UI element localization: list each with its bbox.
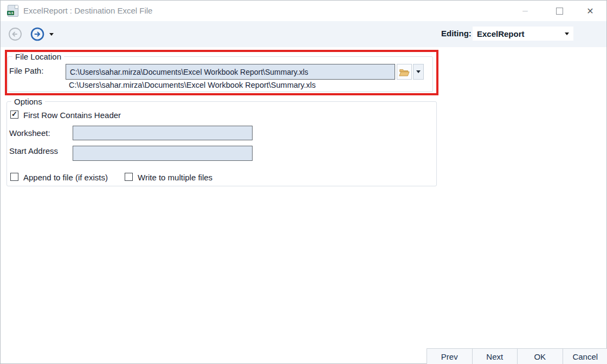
back-arrow-icon bbox=[8, 27, 22, 41]
write-multiple-files-checkbox[interactable] bbox=[125, 173, 133, 181]
append-to-file-label: Append to file (if exists) bbox=[23, 173, 108, 182]
toolbar: Editing: ExcelReport bbox=[1, 21, 606, 47]
file-path-label: File Path: bbox=[9, 66, 43, 75]
minimize-button[interactable]: – bbox=[513, 1, 537, 21]
open-folder-icon bbox=[399, 68, 410, 76]
caret-down-icon bbox=[416, 70, 421, 73]
ok-button[interactable]: OK bbox=[517, 348, 563, 364]
file-location-group-title: File Location bbox=[12, 52, 64, 61]
start-address-label: Start Address bbox=[9, 146, 58, 155]
maximize-icon bbox=[556, 8, 563, 15]
forward-menu-caret-icon[interactable] bbox=[49, 33, 54, 36]
prev-button[interactable]: Prev bbox=[427, 348, 473, 364]
options-group-title: Options bbox=[11, 97, 45, 106]
dialog-window: XLS ExcelReport : Destination Excel File… bbox=[0, 0, 607, 364]
editing-combobox[interactable]: ExcelReport bbox=[473, 27, 573, 41]
forward-button[interactable] bbox=[30, 27, 44, 41]
back-button[interactable] bbox=[8, 27, 22, 41]
write-multiple-files-label: Write to multiple files bbox=[138, 173, 212, 182]
file-path-input[interactable] bbox=[66, 64, 395, 80]
start-address-input[interactable] bbox=[73, 146, 253, 161]
editing-label: Editing: bbox=[441, 29, 472, 38]
maximize-button[interactable] bbox=[547, 1, 571, 21]
next-button[interactable]: Next bbox=[472, 348, 518, 364]
append-to-file-checkbox[interactable] bbox=[10, 173, 18, 181]
worksheet-label: Worksheet: bbox=[9, 128, 50, 138]
window-title: ExcelReport : Destination Excel File bbox=[23, 6, 152, 15]
editing-combobox-value: ExcelReport bbox=[477, 29, 565, 38]
first-row-header-label: First Row Contains Header bbox=[23, 110, 121, 120]
first-row-header-checkbox[interactable] bbox=[10, 110, 18, 119]
forward-arrow-icon bbox=[30, 27, 44, 41]
worksheet-input[interactable] bbox=[73, 126, 253, 140]
cancel-button[interactable]: Cancel bbox=[563, 348, 607, 364]
file-path-echo-text: C:\Users\sahar.mirza\Documents\Excel Wor… bbox=[69, 81, 316, 89]
close-button[interactable]: ✕ bbox=[578, 1, 602, 21]
excel-report-app-icon: XLS bbox=[8, 5, 18, 17]
chevron-down-icon bbox=[565, 32, 569, 35]
footer-button-bar: Prev Next OK Cancel bbox=[427, 348, 607, 364]
page-fold bbox=[15, 5, 18, 9]
title-bar: XLS ExcelReport : Destination Excel File… bbox=[1, 1, 606, 21]
xls-badge: XLS bbox=[7, 11, 14, 15]
browse-menu-button[interactable] bbox=[413, 64, 424, 80]
browse-folder-button[interactable] bbox=[397, 64, 412, 80]
